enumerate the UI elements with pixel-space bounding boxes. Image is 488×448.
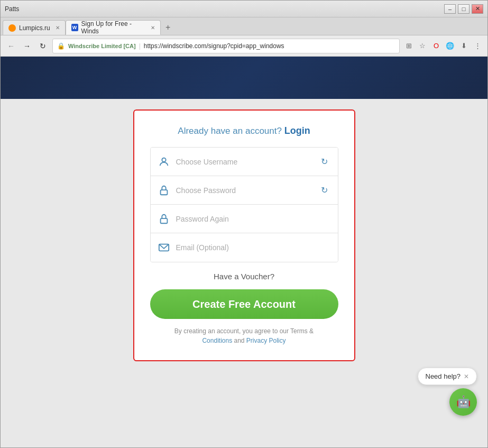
form-fields: Choose Username ↻ Choose Password ↻ (150, 147, 338, 262)
terms-line2: Conditions and Privacy Policy (202, 337, 286, 344)
windscribe-favicon-icon: W (71, 24, 78, 31)
refresh-button[interactable]: ↻ (36, 40, 49, 52)
already-have-account-text: Already have an account? Login (178, 125, 310, 136)
address-input[interactable]: 🔒 Windscribe Limited [CA] | https://wind… (52, 39, 400, 53)
bookmark-icon[interactable]: ☆ (417, 40, 428, 52)
chat-close-button[interactable]: ✕ (464, 373, 469, 380)
svg-point-0 (162, 158, 165, 161)
tab-lumpics-close[interactable]: ✕ (56, 25, 60, 31)
url-text: https://windscribe.com/signup?cpid=app_w… (144, 42, 284, 50)
username-field[interactable]: Choose Username ↻ (151, 148, 338, 176)
forward-button[interactable]: → (21, 40, 33, 52)
tab-bar: Lumpics.ru ✕ W Sign Up for Free - Winds … (1, 17, 487, 35)
password-again-lock-icon (158, 213, 170, 225)
page-body: Already have an account? Login (1, 99, 487, 447)
login-link[interactable]: Login (284, 125, 310, 136)
title-bar-user: Patts (1, 5, 19, 13)
email-field[interactable]: Email (Optional) (151, 233, 338, 262)
need-help-text: Need help? (426, 372, 461, 380)
opera-icon[interactable]: O (430, 40, 442, 52)
chat-widget: Need help? ✕ 🤖 (418, 368, 477, 416)
menu-icon[interactable]: ⋮ (472, 40, 483, 52)
username-refresh-icon[interactable]: ↻ (319, 156, 330, 168)
svg-rect-1 (160, 190, 167, 195)
back-button[interactable]: ← (5, 40, 17, 52)
already-label: Already have an account? (178, 126, 282, 136)
create-account-button[interactable]: Create Free Account (150, 289, 338, 319)
vpn-icon[interactable]: 🌐 (444, 40, 456, 52)
address-actions: ⊞ ☆ O 🌐 ⬇ ⋮ (403, 40, 483, 52)
ssl-lock-icon: 🔒 (57, 42, 65, 50)
signup-card: Already have an account? Login (133, 109, 355, 361)
email-placeholder: Email (Optional) (176, 243, 330, 252)
title-bar: Patts – □ ✕ (1, 1, 487, 17)
person-icon (158, 156, 170, 168)
site-header (1, 57, 487, 99)
terms-conditions-link[interactable]: Conditions (202, 337, 232, 344)
address-separator: | (139, 42, 141, 50)
minimize-button[interactable]: – (444, 4, 456, 14)
password-placeholder: Choose Password (176, 186, 312, 195)
close-button[interactable]: ✕ (472, 4, 483, 14)
tab-windscribe[interactable]: W Sign Up for Free - Winds ✕ (66, 20, 161, 35)
page-content: Already have an account? Login (1, 57, 487, 447)
new-tab-button[interactable]: + (161, 20, 176, 35)
tab-lumpics[interactable]: Lumpics.ru ✕ (3, 20, 66, 35)
email-icon (158, 242, 170, 253)
password-field[interactable]: Choose Password ↻ (151, 176, 338, 205)
browser-window: Patts – □ ✕ Lumpics.ru ✕ W Sign Up for F… (0, 0, 488, 448)
chat-avatar-button[interactable]: 🤖 (449, 388, 477, 416)
svg-rect-2 (160, 218, 167, 223)
terms-line1: By creating an account, you agree to our… (174, 327, 314, 335)
password-again-placeholder: Password Again (176, 215, 330, 223)
tab-windscribe-label: Sign Up for Free - Winds (81, 20, 145, 35)
download-icon[interactable]: ⬇ (458, 40, 469, 52)
chat-robot-icon: 🤖 (456, 395, 471, 409)
maximize-button[interactable]: □ (458, 4, 469, 14)
address-bar: ← → ↻ 🔒 Windscribe Limited [CA] | https:… (1, 35, 487, 57)
password-again-field[interactable]: Password Again (151, 205, 338, 233)
ssl-label: Windscribe Limited [CA] (68, 43, 136, 49)
voucher-text[interactable]: Have a Voucher? (214, 272, 274, 281)
tab-windscribe-close[interactable]: ✕ (151, 25, 155, 31)
tab-lumpics-label: Lumpics.ru (19, 24, 50, 32)
terms-text: By creating an account, you agree to our… (174, 326, 314, 345)
privacy-policy-link[interactable]: Privacy Policy (246, 337, 286, 344)
translate-icon[interactable]: ⊞ (403, 40, 415, 52)
password-lock-icon (158, 185, 170, 196)
username-placeholder: Choose Username (176, 158, 312, 166)
chat-bubble: Need help? ✕ (418, 368, 477, 385)
lumpics-favicon-icon (8, 24, 16, 32)
password-refresh-icon[interactable]: ↻ (319, 185, 330, 196)
